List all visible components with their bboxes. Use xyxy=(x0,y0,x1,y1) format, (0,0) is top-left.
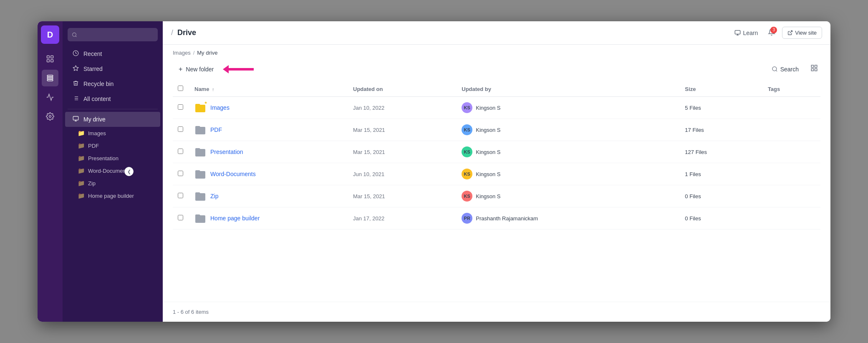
sidebar-item-recycle-bin[interactable]: Recycle bin xyxy=(65,76,160,91)
folder-name-3[interactable]: Presentation xyxy=(210,149,243,155)
sidebar-sub-item-word-documents[interactable]: 📁 Word-Documents xyxy=(65,164,160,177)
td-size-4: 1 Files xyxy=(680,163,763,185)
td-date-6: Jan 17, 2022 xyxy=(348,207,457,230)
breadcrumb-link-my-drive[interactable]: Images xyxy=(173,50,191,56)
table-row: PDF ••• Mar 15, 2021 KS Kingson S 17 Fil… xyxy=(173,119,820,141)
row-checkbox-1[interactable] xyxy=(178,104,183,110)
notification-button[interactable]: 3 xyxy=(768,28,775,38)
search-button[interactable]: Search xyxy=(767,63,803,75)
avatar-initials: KS xyxy=(464,149,470,154)
th-updated-by[interactable]: Updated by xyxy=(457,81,680,97)
breadcrumb-separator: / xyxy=(193,50,195,56)
sidebar-sub-item-pdf[interactable]: 📁 PDF xyxy=(65,139,160,152)
learn-button[interactable]: Learn xyxy=(731,28,761,38)
sidebar-sub-item-label: PDF xyxy=(88,143,99,149)
sidebar-sub-item-images[interactable]: 📁 Images xyxy=(65,127,160,139)
svg-marker-11 xyxy=(73,66,78,71)
drive-icon xyxy=(72,116,79,123)
th-name-label: Name xyxy=(194,86,209,92)
svg-rect-21 xyxy=(735,30,741,34)
sidebar-collapse-button[interactable]: ❮ xyxy=(124,167,134,176)
app-logo[interactable]: D xyxy=(41,25,59,44)
new-folder-button[interactable]: + New folder xyxy=(173,63,220,76)
nav-icon-analytics[interactable] xyxy=(42,89,58,106)
chevron-left-icon: ❮ xyxy=(127,169,131,174)
sort-asc-icon: ↑ xyxy=(212,87,214,92)
search-icon xyxy=(772,66,778,72)
header: / Drive Learn 3 View site xyxy=(163,21,830,45)
table-row: ★ Images ••• Jan 10, 2022 KS Kingson S 5… xyxy=(173,97,820,119)
td-date-4: Jun 10, 2021 xyxy=(348,163,457,185)
row-checkbox-2[interactable] xyxy=(178,126,183,132)
search-label: Search xyxy=(780,66,799,73)
sidebar-sub-item-label: Home page builder xyxy=(88,193,134,199)
row-checkbox-6[interactable] xyxy=(178,215,183,220)
folder-icon-5 xyxy=(194,190,206,202)
list-icon xyxy=(72,95,79,103)
folder-name-2[interactable]: PDF xyxy=(210,126,222,133)
header-title-area: / Drive xyxy=(171,28,196,37)
th-tags[interactable]: Tags xyxy=(763,81,820,97)
toolbar: + New folder Search xyxy=(163,59,830,81)
svg-rect-3 xyxy=(51,60,53,62)
sidebar-item-recent[interactable]: Recent xyxy=(65,46,160,61)
header-right-actions: Learn 3 View site xyxy=(731,27,822,39)
view-site-label: View site xyxy=(795,30,817,36)
svg-rect-18 xyxy=(73,116,78,120)
td-tags-3 xyxy=(763,141,820,163)
recent-icon xyxy=(72,50,79,58)
sidebar-item-starred[interactable]: Starred xyxy=(65,61,160,76)
sidebar-sub-item-zip[interactable]: 📁 Zip xyxy=(65,177,160,189)
sidebar-sub-item-presentation[interactable]: 📁 Presentation xyxy=(65,152,160,164)
nav-icon-pages[interactable] xyxy=(42,50,58,67)
row-checkbox-5[interactable] xyxy=(178,193,183,198)
avatar-5: KS xyxy=(462,191,472,202)
td-size-1: 5 Files xyxy=(680,97,763,119)
sidebar-item-my-drive[interactable]: My drive xyxy=(65,112,160,127)
folder-name-5[interactable]: Zip xyxy=(210,193,218,199)
th-updated-on[interactable]: Updated on xyxy=(348,81,457,97)
row-checkbox-3[interactable] xyxy=(178,149,183,154)
td-checkbox-5 xyxy=(173,185,189,207)
td-checkbox-2 xyxy=(173,119,189,141)
td-checkbox-1 xyxy=(173,97,189,119)
td-tags-4 xyxy=(763,163,820,185)
td-date-3: Mar 15, 2021 xyxy=(348,141,457,163)
avatar-initials: KS xyxy=(464,105,470,110)
sidebar-sub-item-home-page-builder[interactable]: 📁 Home page builder xyxy=(65,189,160,202)
sidebar-item-all-content[interactable]: All content xyxy=(65,91,160,106)
table-row: Home page builder ••• Jan 17, 2022 PR Pr… xyxy=(173,207,820,230)
folder-gray-icon: 📁 xyxy=(78,142,85,149)
user-name-4: Kingson S xyxy=(476,171,500,177)
sidebar-search[interactable] xyxy=(68,28,158,41)
row-checkbox-4[interactable] xyxy=(178,171,183,176)
th-tags-label: Tags xyxy=(768,86,780,92)
td-size-3: 127 Files xyxy=(680,141,763,163)
folder-name-4[interactable]: Word-Documents xyxy=(210,171,256,177)
avatar-initials: KS xyxy=(464,194,470,199)
notification-badge: 3 xyxy=(770,27,777,33)
main-content: / Drive Learn 3 View site Images xyxy=(163,21,830,322)
table-row: Presentation ••• Mar 15, 2021 KS Kingson… xyxy=(173,141,820,163)
th-updated-by-label: Updated by xyxy=(462,86,491,92)
toolbar-right: Search xyxy=(767,62,820,76)
folder-name-6[interactable]: Home page builder xyxy=(210,215,260,222)
td-date-5: Mar 15, 2021 xyxy=(348,185,457,207)
select-all-checkbox[interactable] xyxy=(178,86,183,91)
breadcrumb-current: My drive xyxy=(197,50,217,56)
nav-icon-drive[interactable] xyxy=(42,70,58,86)
folder-icon-1: ★ xyxy=(194,102,206,113)
td-checkbox-6 xyxy=(173,207,189,230)
th-size[interactable]: Size xyxy=(680,81,763,97)
sidebar-sub-item-label: Images xyxy=(88,130,106,136)
user-name-3: Kingson S xyxy=(476,149,500,155)
nav-icon-settings[interactable] xyxy=(42,108,58,125)
th-name[interactable]: Name ↑ xyxy=(189,81,348,97)
avatar-initials: KS xyxy=(464,127,470,132)
grid-view-button[interactable] xyxy=(808,62,820,76)
pagination: 1 - 6 of 6 items xyxy=(163,302,830,322)
avatar-1: KS xyxy=(462,102,472,113)
view-site-button[interactable]: View site xyxy=(782,27,822,39)
folder-name-1[interactable]: Images xyxy=(210,104,230,111)
monitor-icon xyxy=(734,30,741,36)
